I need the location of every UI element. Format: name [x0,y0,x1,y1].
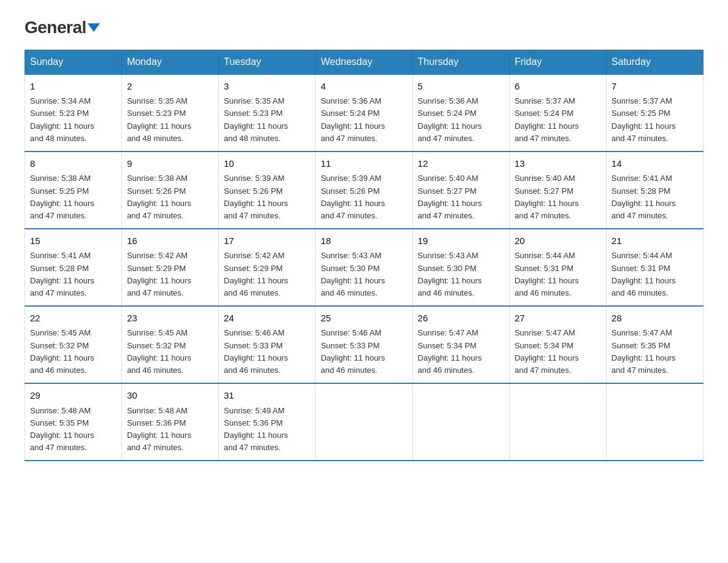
day-info: Sunrise: 5:45 AMSunset: 5:32 PMDaylight:… [127,328,191,374]
day-number: 22 [30,312,116,326]
calendar-week-row: 1 Sunrise: 5:34 AMSunset: 5:23 PMDayligh… [25,74,703,151]
calendar-cell: 25 Sunrise: 5:46 AMSunset: 5:33 PMDaylig… [316,306,412,383]
calendar-header-wednesday: Wednesday [316,50,412,74]
page-header: General [25,18,703,37]
calendar-cell: 23 Sunrise: 5:45 AMSunset: 5:32 PMDaylig… [122,306,219,383]
calendar-cell: 9 Sunrise: 5:38 AMSunset: 5:26 PMDayligh… [122,151,219,229]
logo: General [25,18,100,37]
day-info: Sunrise: 5:42 AMSunset: 5:29 PMDaylight:… [224,251,288,297]
calendar-cell: 7 Sunrise: 5:37 AMSunset: 5:25 PMDayligh… [606,74,703,151]
day-info: Sunrise: 5:47 AMSunset: 5:34 PMDaylight:… [515,328,579,374]
day-info: Sunrise: 5:41 AMSunset: 5:28 PMDaylight:… [30,251,94,297]
calendar-cell: 11 Sunrise: 5:39 AMSunset: 5:26 PMDaylig… [316,151,412,229]
day-number: 14 [612,157,698,171]
day-number: 1 [30,80,116,94]
day-info: Sunrise: 5:47 AMSunset: 5:34 PMDaylight:… [418,328,482,374]
logo-general: General [25,18,100,37]
calendar-cell: 26 Sunrise: 5:47 AMSunset: 5:34 PMDaylig… [412,306,509,383]
calendar-cell: 4 Sunrise: 5:36 AMSunset: 5:24 PMDayligh… [316,74,412,151]
calendar-cell: 10 Sunrise: 5:39 AMSunset: 5:26 PMDaylig… [219,151,316,229]
day-info: Sunrise: 5:40 AMSunset: 5:27 PMDaylight:… [515,174,579,220]
calendar-header-friday: Friday [509,50,606,74]
day-info: Sunrise: 5:35 AMSunset: 5:23 PMDaylight:… [224,96,288,142]
calendar-header-saturday: Saturday [606,50,703,74]
day-info: Sunrise: 5:39 AMSunset: 5:26 PMDaylight:… [320,174,385,220]
day-number: 26 [418,312,504,326]
calendar-week-row: 29 Sunrise: 5:48 AMSunset: 5:35 PMDaylig… [25,383,703,461]
calendar-week-row: 8 Sunrise: 5:38 AMSunset: 5:25 PMDayligh… [25,151,703,229]
day-info: Sunrise: 5:48 AMSunset: 5:35 PMDaylight:… [30,406,94,452]
day-number: 4 [320,80,407,94]
day-info: Sunrise: 5:47 AMSunset: 5:35 PMDaylight:… [612,328,676,374]
day-number: 30 [127,389,213,403]
day-info: Sunrise: 5:37 AMSunset: 5:25 PMDaylight:… [612,96,676,142]
calendar-cell [509,383,606,461]
calendar-cell: 31 Sunrise: 5:49 AMSunset: 5:36 PMDaylig… [219,383,316,461]
day-info: Sunrise: 5:48 AMSunset: 5:36 PMDaylight:… [127,406,191,452]
calendar-week-row: 22 Sunrise: 5:45 AMSunset: 5:32 PMDaylig… [25,306,703,383]
day-info: Sunrise: 5:36 AMSunset: 5:24 PMDaylight:… [418,96,482,142]
calendar-cell: 16 Sunrise: 5:42 AMSunset: 5:29 PMDaylig… [122,229,219,306]
calendar-cell: 21 Sunrise: 5:44 AMSunset: 5:31 PMDaylig… [606,229,703,306]
calendar-cell [316,383,412,461]
calendar-cell: 29 Sunrise: 5:48 AMSunset: 5:35 PMDaylig… [25,383,122,461]
calendar-cell: 3 Sunrise: 5:35 AMSunset: 5:23 PMDayligh… [219,74,316,151]
day-number: 8 [30,157,116,171]
day-number: 21 [612,234,698,248]
calendar-cell: 24 Sunrise: 5:46 AMSunset: 5:33 PMDaylig… [219,306,316,383]
day-info: Sunrise: 5:38 AMSunset: 5:25 PMDaylight:… [30,174,94,220]
calendar-cell: 5 Sunrise: 5:36 AMSunset: 5:24 PMDayligh… [412,74,509,151]
day-number: 6 [515,80,601,94]
day-info: Sunrise: 5:39 AMSunset: 5:26 PMDaylight:… [224,174,288,220]
calendar-cell: 17 Sunrise: 5:42 AMSunset: 5:29 PMDaylig… [219,229,316,306]
day-number: 12 [418,157,504,171]
day-info: Sunrise: 5:38 AMSunset: 5:26 PMDaylight:… [127,174,191,220]
day-number: 5 [418,80,504,94]
calendar-header-monday: Monday [122,50,219,74]
day-number: 7 [612,80,698,94]
calendar-table: SundayMondayTuesdayWednesdayThursdayFrid… [25,50,703,461]
day-number: 23 [127,312,213,326]
calendar-cell: 8 Sunrise: 5:38 AMSunset: 5:25 PMDayligh… [25,151,122,229]
day-number: 3 [224,80,310,94]
calendar-cell: 28 Sunrise: 5:47 AMSunset: 5:35 PMDaylig… [606,306,703,383]
day-number: 24 [224,312,310,326]
day-info: Sunrise: 5:44 AMSunset: 5:31 PMDaylight:… [612,251,676,297]
calendar-header-row: SundayMondayTuesdayWednesdayThursdayFrid… [25,50,703,74]
day-number: 17 [224,234,310,248]
day-info: Sunrise: 5:42 AMSunset: 5:29 PMDaylight:… [127,251,191,297]
day-number: 9 [127,157,213,171]
day-info: Sunrise: 5:45 AMSunset: 5:32 PMDaylight:… [30,328,94,374]
calendar-header-thursday: Thursday [412,50,509,74]
day-info: Sunrise: 5:43 AMSunset: 5:30 PMDaylight:… [418,251,482,297]
day-info: Sunrise: 5:44 AMSunset: 5:31 PMDaylight:… [515,251,579,297]
day-number: 28 [612,312,698,326]
day-info: Sunrise: 5:46 AMSunset: 5:33 PMDaylight:… [224,328,288,374]
day-number: 15 [30,234,116,248]
day-number: 25 [320,312,407,326]
calendar-cell: 15 Sunrise: 5:41 AMSunset: 5:28 PMDaylig… [25,229,122,306]
day-number: 10 [224,157,310,171]
day-info: Sunrise: 5:49 AMSunset: 5:36 PMDaylight:… [224,406,288,452]
calendar-cell: 22 Sunrise: 5:45 AMSunset: 5:32 PMDaylig… [25,306,122,383]
calendar-cell: 27 Sunrise: 5:47 AMSunset: 5:34 PMDaylig… [509,306,606,383]
day-number: 2 [127,80,213,94]
logo-triangle-icon [88,23,100,32]
calendar-header-sunday: Sunday [25,50,122,74]
day-info: Sunrise: 5:46 AMSunset: 5:33 PMDaylight:… [320,328,385,374]
day-number: 18 [320,234,407,248]
calendar-cell: 14 Sunrise: 5:41 AMSunset: 5:28 PMDaylig… [606,151,703,229]
calendar-week-row: 15 Sunrise: 5:41 AMSunset: 5:28 PMDaylig… [25,229,703,306]
day-info: Sunrise: 5:43 AMSunset: 5:30 PMDaylight:… [320,251,385,297]
calendar-cell: 2 Sunrise: 5:35 AMSunset: 5:23 PMDayligh… [122,74,219,151]
calendar-cell [412,383,509,461]
calendar-cell: 18 Sunrise: 5:43 AMSunset: 5:30 PMDaylig… [316,229,412,306]
day-number: 27 [515,312,601,326]
calendar-cell: 1 Sunrise: 5:34 AMSunset: 5:23 PMDayligh… [25,74,122,151]
day-info: Sunrise: 5:40 AMSunset: 5:27 PMDaylight:… [418,174,482,220]
day-number: 11 [320,157,407,171]
calendar-cell: 13 Sunrise: 5:40 AMSunset: 5:27 PMDaylig… [509,151,606,229]
day-number: 20 [515,234,601,248]
calendar-cell [606,383,703,461]
calendar-cell: 12 Sunrise: 5:40 AMSunset: 5:27 PMDaylig… [412,151,509,229]
